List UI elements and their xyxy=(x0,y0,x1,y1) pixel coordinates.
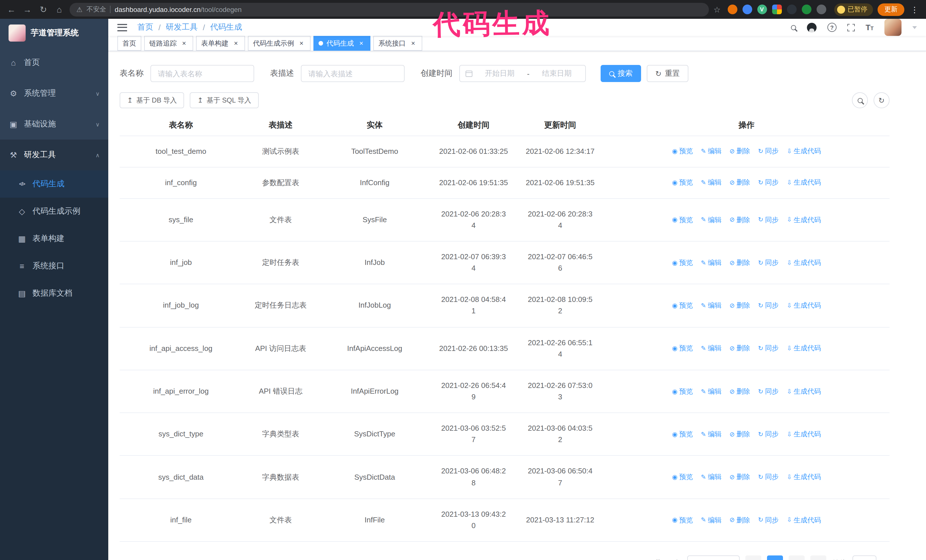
sidebar-subitem-form-builder[interactable]: ▦表单构建 xyxy=(0,225,108,252)
fullscreen-icon[interactable] xyxy=(847,24,855,31)
action-delete[interactable]: ⊘删除 xyxy=(729,472,750,483)
chevron-down-icon[interactable] xyxy=(912,26,917,29)
action-edit[interactable]: ✎编辑 xyxy=(701,343,722,354)
action-generate[interactable]: ⇩生成代码 xyxy=(787,429,821,439)
grid-extension-icon[interactable] xyxy=(772,5,782,14)
action-preview[interactable]: ◉预览 xyxy=(672,177,693,188)
reset-button[interactable]: ↻ 重置 xyxy=(647,65,688,82)
tab-item[interactable]: 系统接口× xyxy=(373,36,422,51)
action-edit[interactable]: ✎编辑 xyxy=(701,146,722,157)
table-name-input[interactable] xyxy=(150,65,254,82)
app-logo[interactable]: 芋道管理系统 xyxy=(0,19,108,47)
action-preview[interactable]: ◉预览 xyxy=(672,472,693,483)
action-sync[interactable]: ↻同步 xyxy=(758,214,779,225)
action-preview[interactable]: ◉预览 xyxy=(672,515,693,525)
action-preview[interactable]: ◉预览 xyxy=(672,300,693,311)
action-delete[interactable]: ⊘删除 xyxy=(729,429,750,439)
action-sync[interactable]: ↻同步 xyxy=(758,177,779,188)
page-button[interactable]: 2 xyxy=(789,555,805,560)
action-edit[interactable]: ✎编辑 xyxy=(701,177,722,188)
action-delete[interactable]: ⊘删除 xyxy=(729,177,750,188)
action-sync[interactable]: ↻同步 xyxy=(758,146,779,157)
close-icon[interactable]: × xyxy=(232,39,240,47)
action-generate[interactable]: ⇩生成代码 xyxy=(787,343,821,354)
action-delete[interactable]: ⊘删除 xyxy=(729,386,750,397)
action-delete[interactable]: ⊘删除 xyxy=(729,258,750,268)
paused-extension-badge[interactable]: 已暂停 xyxy=(834,3,873,16)
font-size-icon[interactable]: TT xyxy=(865,23,873,32)
sidebar-item-home[interactable]: ⌂首页 xyxy=(0,47,108,78)
close-icon[interactable]: × xyxy=(180,39,188,47)
action-delete[interactable]: ⊘删除 xyxy=(729,214,750,225)
sidebar-subitem-db-doc[interactable]: ▤数据库文档 xyxy=(0,280,108,307)
action-edit[interactable]: ✎编辑 xyxy=(701,429,722,439)
action-delete[interactable]: ⊘删除 xyxy=(729,300,750,311)
action-sync[interactable]: ↻同步 xyxy=(758,258,779,268)
github-icon[interactable] xyxy=(807,23,817,32)
action-preview[interactable]: ◉预览 xyxy=(672,429,693,439)
action-sync[interactable]: ↻同步 xyxy=(758,343,779,354)
breadcrumb-item[interactable]: 研发工具 xyxy=(166,22,198,32)
date-range-picker[interactable]: 开始日期 - 结束日期 xyxy=(459,65,586,82)
tab-item[interactable]: 首页 xyxy=(117,36,141,51)
page-size-select[interactable]: 10条/页 ∨ xyxy=(687,555,740,560)
action-preview[interactable]: ◉预览 xyxy=(672,386,693,397)
next-page-button[interactable]: › xyxy=(810,555,826,560)
action-edit[interactable]: ✎编辑 xyxy=(701,386,722,397)
action-preview[interactable]: ◉预览 xyxy=(672,214,693,225)
action-edit[interactable]: ✎编辑 xyxy=(701,472,722,483)
search-icon[interactable] xyxy=(791,25,796,30)
action-delete[interactable]: ⊘删除 xyxy=(729,515,750,525)
action-sync[interactable]: ↻同步 xyxy=(758,300,779,311)
action-preview[interactable]: ◉预览 xyxy=(672,343,693,354)
sidebar-item-infra[interactable]: ▣基础设施∨ xyxy=(0,109,108,140)
breadcrumb-item[interactable]: 首页 xyxy=(137,22,153,32)
action-edit[interactable]: ✎编辑 xyxy=(701,300,722,311)
action-generate[interactable]: ⇩生成代码 xyxy=(787,386,821,397)
toggle-search-button[interactable] xyxy=(852,92,868,108)
close-icon[interactable]: × xyxy=(357,39,365,47)
back-icon[interactable]: ← xyxy=(6,0,17,19)
sidebar-subitem-codegen-example[interactable]: ◇代码生成示例 xyxy=(0,198,108,225)
tab-item[interactable]: 表单构建× xyxy=(196,36,245,51)
forward-icon[interactable]: → xyxy=(22,0,33,19)
prev-page-button[interactable]: ‹ xyxy=(745,555,761,560)
import-db-button[interactable]: ↥ 基于 DB 导入 xyxy=(120,92,185,108)
goto-page-input[interactable] xyxy=(852,555,876,560)
table-desc-input[interactable] xyxy=(301,65,405,82)
action-delete[interactable]: ⊘删除 xyxy=(729,343,750,354)
hamburger-icon[interactable] xyxy=(117,24,127,31)
help-icon[interactable]: ? xyxy=(828,23,837,32)
tab-item[interactable]: 代码生成示例× xyxy=(248,36,310,51)
action-preview[interactable]: ◉预览 xyxy=(672,258,693,268)
tab-item[interactable]: 链路追踪× xyxy=(144,36,193,51)
action-sync[interactable]: ↻同步 xyxy=(758,386,779,397)
action-generate[interactable]: ⇩生成代码 xyxy=(787,177,821,188)
action-edit[interactable]: ✎编辑 xyxy=(701,214,722,225)
action-sync[interactable]: ↻同步 xyxy=(758,472,779,483)
action-edit[interactable]: ✎编辑 xyxy=(701,515,722,525)
refresh-table-button[interactable]: ↻ xyxy=(873,92,890,108)
close-icon[interactable]: × xyxy=(409,39,417,47)
browser-update-button[interactable]: 更新 xyxy=(878,3,904,16)
page-button[interactable]: 1 xyxy=(767,555,783,560)
action-preview[interactable]: ◉预览 xyxy=(672,146,693,157)
puzzle-extension-icon[interactable] xyxy=(816,5,826,14)
drop-extension-icon[interactable] xyxy=(742,5,752,14)
flame-extension-icon[interactable] xyxy=(728,5,737,14)
action-sync[interactable]: ↻同步 xyxy=(758,515,779,525)
sidebar-subitem-codegen[interactable]: </>代码生成 xyxy=(0,171,108,198)
sidebar-item-devtools[interactable]: ⚒研发工具∧ xyxy=(0,140,108,171)
action-generate[interactable]: ⇩生成代码 xyxy=(787,472,821,483)
tab-item[interactable]: 代码生成× xyxy=(313,36,371,51)
action-generate[interactable]: ⇩生成代码 xyxy=(787,146,821,157)
bookmark-star-icon[interactable]: ☆ xyxy=(713,5,720,14)
reload-icon[interactable]: ↻ xyxy=(38,0,49,19)
sidebar-item-system[interactable]: ⚙系统管理∨ xyxy=(0,78,108,109)
search-button[interactable]: 搜索 xyxy=(601,65,641,82)
import-sql-button[interactable]: ↥ 基于 SQL 导入 xyxy=(190,92,259,108)
dark-extension-icon[interactable] xyxy=(787,5,796,14)
action-generate[interactable]: ⇩生成代码 xyxy=(787,300,821,311)
user-avatar[interactable] xyxy=(884,19,902,36)
vue-devtools-extension-icon[interactable]: V xyxy=(757,5,767,14)
